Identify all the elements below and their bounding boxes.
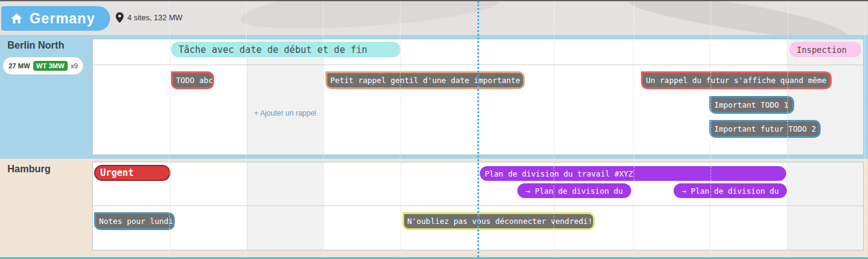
task-label: Inspection: [797, 45, 846, 55]
reminder-label: Important futur TODO 2: [714, 124, 816, 133]
task-label: Tâche avec date de début et de fin: [178, 44, 367, 55]
reminder-important-todo-1[interactable]: Important TODO 1: [709, 96, 794, 114]
site-name-berlin-north[interactable]: Berlin North: [7, 40, 64, 51]
day-gridline: [324, 162, 324, 250]
lane-separator: [93, 65, 863, 65]
sites-capacity-text: 4 sites, 132 MW: [127, 14, 183, 22]
timeline-panel-berlin-north: Tâche avec date de début et de fin Inspe…: [92, 39, 864, 155]
weekend-shading: [247, 162, 324, 250]
turbine-count-label: x9: [71, 62, 78, 70]
reminder-important-futur-todo-2[interactable]: Important futur TODO 2: [709, 120, 821, 138]
day-gridline: [787, 162, 787, 250]
add-reminder-link[interactable]: + Ajouter un rappel: [247, 109, 324, 118]
page-header: Germany 4 sites, 132 MW: [0, 1, 868, 35]
turbine-model-badge: WT 3MW: [33, 61, 68, 71]
task-label: → Plan de division du: [525, 186, 623, 196]
day-gridline: [247, 162, 247, 250]
day-gridline: [477, 162, 478, 250]
capacity-label: 27 MW: [9, 62, 30, 70]
reminder-todo-abc[interactable]: TODO abc: [171, 71, 214, 89]
task-bar-plan-division[interactable]: Plan de division du travail #XYZ: [480, 166, 786, 181]
reminder-label: Petit rappel gentil d'une date important…: [330, 76, 520, 85]
reminder-notes-lundi[interactable]: Notes pour lundi: [94, 212, 175, 230]
reminder-futur[interactable]: Un rappel du futur s'affiche quand même: [641, 71, 832, 89]
task-label: Urgent: [100, 167, 133, 178]
site-timeline-dashboard: Germany 4 sites, 132 MW Berlin North 27 …: [0, 0, 868, 259]
home-icon: [11, 14, 22, 23]
site-name-hamburg[interactable]: Hamburg: [7, 164, 50, 175]
site-stats-berlin-north: 27 MW WT 3MW x9: [3, 57, 83, 74]
task-bar-date-range[interactable]: Tâche avec date de début et de fin: [171, 42, 400, 57]
page-title: Germany: [30, 10, 95, 27]
task-bar-inspection[interactable]: Inspection: [789, 42, 861, 57]
country-home-button[interactable]: Germany: [1, 6, 110, 31]
day-gridline: [400, 162, 401, 250]
task-label: → Plan de division du: [682, 186, 779, 196]
reminder-deconnecter-vendredi[interactable]: N'oubliez pas vous déconnecter vendredi!: [402, 212, 595, 230]
location-summary: 4 sites, 132 MW: [116, 12, 183, 23]
timeline-panel-hamburg: Urgent Plan de division du travail #XYZ …: [92, 162, 864, 250]
location-pin-icon: [116, 12, 124, 23]
window-top-border: [0, 0, 868, 1]
day-gridline: [477, 39, 478, 154]
reminder-label: Notes pour lundi: [99, 217, 173, 226]
day-gridline: [554, 39, 555, 154]
day-gridline: [170, 39, 170, 154]
reminder-label: TODO abc: [176, 76, 213, 85]
day-gridline: [633, 39, 634, 154]
task-bar-plan-division-part-2[interactable]: → Plan de division du: [674, 183, 787, 198]
day-gridline: [400, 39, 401, 154]
site-row-hamburg: Hamburg Urgent Plan de division du trava…: [0, 159, 868, 257]
task-bar-urgent[interactable]: Urgent: [94, 165, 170, 181]
task-bar-plan-division-part-1[interactable]: → Plan de division du: [517, 183, 631, 198]
task-label: Plan de division du travail #XYZ: [485, 169, 633, 178]
reminder-label: Un rappel du futur s'affiche quand même: [646, 76, 827, 85]
weekend-shading: [787, 162, 864, 250]
reminder-label: Important TODO 1: [714, 100, 788, 110]
reminder-label: N'oubliez pas vous déconnecter vendredi!: [407, 217, 592, 226]
reminder-petit-rappel[interactable]: Petit rappel gentil d'une date important…: [325, 71, 525, 89]
lane-separator: [93, 205, 863, 206]
site-row-berlin-north: Berlin North 27 MW WT 3MW x9 Tâche avec …: [0, 35, 868, 159]
